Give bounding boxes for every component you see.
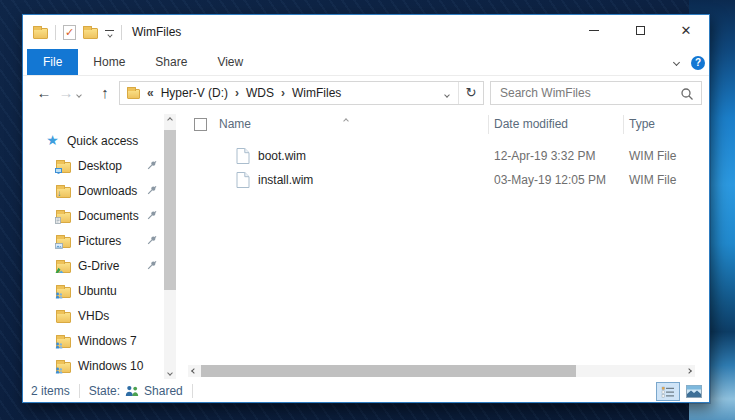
scroll-down-icon[interactable] bbox=[164, 367, 176, 379]
address-folder-icon bbox=[127, 89, 140, 99]
desktop-background: WimFiles ✕ File Home Share View ? ← → ↑ bbox=[0, 0, 735, 420]
tab-view[interactable]: View bbox=[202, 49, 258, 75]
column-divider[interactable] bbox=[623, 115, 624, 134]
search-box[interactable] bbox=[490, 81, 702, 105]
back-button[interactable]: ← bbox=[33, 85, 55, 100]
up-button[interactable]: ↑ bbox=[93, 85, 117, 100]
sidebar-item-desktop[interactable]: Desktop bbox=[23, 153, 183, 178]
close-icon: ✕ bbox=[681, 24, 692, 37]
window-title: WimFiles bbox=[132, 25, 181, 39]
tab-home[interactable]: Home bbox=[78, 49, 140, 75]
minimize-icon bbox=[589, 30, 599, 31]
explorer-window: WimFiles ✕ File Home Share View ? ← → ↑ bbox=[22, 14, 710, 403]
breadcrumb-overflow[interactable]: « bbox=[146, 86, 155, 100]
sidebar-item-pictures[interactable]: Pictures bbox=[23, 228, 183, 253]
help-button[interactable]: ? bbox=[691, 56, 705, 70]
view-switcher bbox=[656, 382, 706, 401]
file-rows: boot.wim 12-Apr-19 3:32 PM WIM File inst… bbox=[186, 144, 709, 192]
desktop-folder-icon bbox=[55, 159, 72, 173]
file-row-boot-wim[interactable]: boot.wim 12-Apr-19 3:32 PM WIM File bbox=[186, 144, 709, 168]
divider bbox=[79, 384, 80, 398]
breadcrumb-wimfiles[interactable]: WimFiles bbox=[292, 86, 341, 100]
tab-file[interactable]: File bbox=[27, 49, 78, 75]
column-divider[interactable] bbox=[488, 115, 489, 134]
navigation-bar: ← → ↑ « Hyper-V (D:) › WDS › WimFiles ↻ bbox=[23, 76, 709, 109]
shared-folder-icon bbox=[55, 334, 72, 348]
divider bbox=[121, 25, 122, 40]
folder-icon bbox=[55, 309, 72, 323]
divider bbox=[55, 25, 56, 40]
window-controls: ✕ bbox=[571, 15, 709, 45]
pin-icon bbox=[147, 235, 157, 245]
pictures-folder-icon bbox=[55, 234, 72, 248]
column-header-name[interactable]: Name bbox=[219, 117, 251, 131]
forward-button[interactable]: → bbox=[55, 85, 77, 100]
sidebar-scrollbar[interactable] bbox=[164, 114, 176, 379]
scroll-up-icon[interactable] bbox=[164, 114, 176, 126]
shared-folder-icon bbox=[55, 359, 72, 373]
sidebar-item-vhds[interactable]: VHDs bbox=[23, 303, 183, 328]
file-list-pane: Name Date modified Type boot.wim 12-Apr-… bbox=[186, 109, 709, 380]
sidebar-item-downloads[interactable]: ↓ Downloads bbox=[23, 178, 183, 203]
downloads-folder-icon: ↓ bbox=[55, 184, 72, 198]
sidebar-item-quick-access[interactable]: ★ Quick access bbox=[23, 128, 183, 153]
shared-people-icon bbox=[124, 385, 140, 397]
sidebar-item-documents[interactable]: Documents bbox=[23, 203, 183, 228]
expand-ribbon-chevron-icon[interactable] bbox=[673, 59, 680, 66]
maximize-button[interactable] bbox=[617, 15, 663, 45]
title-bar[interactable]: WimFiles ✕ bbox=[23, 15, 709, 49]
horizontal-scrollbar-thumb[interactable] bbox=[201, 365, 576, 377]
navigation-pane: ★ Quick access Desktop ↓ Downloads bbox=[23, 109, 183, 380]
breadcrumb-separator-icon[interactable]: › bbox=[280, 86, 286, 100]
pin-icon bbox=[147, 185, 157, 195]
refresh-icon[interactable]: ↻ bbox=[459, 85, 483, 100]
item-count: 2 items bbox=[31, 384, 70, 398]
column-headers: Name Date modified Type bbox=[186, 111, 709, 138]
main-area: ★ Quick access Desktop ↓ Downloads bbox=[23, 109, 709, 380]
sidebar-item-windows-10[interactable]: Windows 10 bbox=[23, 353, 183, 378]
search-input[interactable] bbox=[491, 82, 701, 104]
sidebar-item-ubuntu[interactable]: Ubuntu bbox=[23, 278, 183, 303]
sidebar-item-windows-7[interactable]: Windows 7 bbox=[23, 328, 183, 353]
tab-share[interactable]: Share bbox=[140, 49, 202, 75]
quick-access-star-icon: ★ bbox=[44, 133, 61, 147]
sidebar-scrollbar-thumb[interactable] bbox=[164, 130, 176, 290]
state-label: State: bbox=[89, 384, 120, 398]
pin-icon bbox=[147, 210, 157, 220]
address-bar[interactable]: « Hyper-V (D:) › WDS › WimFiles ↻ bbox=[119, 81, 484, 105]
recent-locations-chevron-icon[interactable] bbox=[77, 86, 93, 100]
column-header-date-modified[interactable]: Date modified bbox=[494, 117, 568, 131]
status-bar: 2 items State: Shared bbox=[23, 380, 709, 402]
breadcrumb-wds[interactable]: WDS bbox=[246, 86, 274, 100]
search-icon[interactable] bbox=[680, 87, 694, 101]
address-dropdown-icon[interactable] bbox=[436, 86, 458, 100]
column-header-type[interactable]: Type bbox=[629, 117, 655, 131]
large-icons-view-button[interactable] bbox=[682, 382, 706, 401]
details-view-button[interactable] bbox=[656, 382, 680, 401]
scroll-left-icon[interactable] bbox=[188, 365, 200, 377]
g-drive-folder-icon bbox=[55, 259, 72, 273]
select-all-checkbox[interactable] bbox=[194, 118, 207, 131]
system-menu-folder-icon[interactable] bbox=[33, 28, 48, 39]
minimize-button[interactable] bbox=[571, 15, 617, 45]
sidebar-item-g-drive[interactable]: G-Drive bbox=[23, 253, 183, 278]
documents-folder-icon bbox=[55, 209, 72, 223]
sort-ascending-icon bbox=[344, 112, 348, 126]
breadcrumb-hyper-v[interactable]: Hyper-V (D:) bbox=[161, 86, 228, 100]
ribbon-tab-row: File Home Share View ? bbox=[23, 49, 709, 76]
horizontal-scrollbar[interactable] bbox=[188, 365, 695, 377]
new-folder-icon[interactable] bbox=[83, 28, 98, 39]
shared-folder-icon bbox=[55, 284, 72, 298]
maximize-icon bbox=[636, 26, 645, 35]
file-icon bbox=[236, 148, 250, 164]
state-value: Shared bbox=[144, 384, 183, 398]
breadcrumb-separator-icon[interactable]: › bbox=[234, 86, 240, 100]
scroll-right-icon[interactable] bbox=[683, 365, 695, 377]
close-button[interactable]: ✕ bbox=[663, 15, 709, 45]
file-row-install-wim[interactable]: install.wim 03-May-19 12:05 PM WIM File bbox=[186, 168, 709, 192]
pin-icon bbox=[147, 160, 157, 170]
properties-check-icon[interactable] bbox=[63, 25, 76, 40]
pin-icon bbox=[147, 260, 157, 270]
quick-access-toolbar: WimFiles bbox=[23, 25, 181, 40]
customize-qat-dropdown-icon[interactable] bbox=[105, 28, 114, 37]
